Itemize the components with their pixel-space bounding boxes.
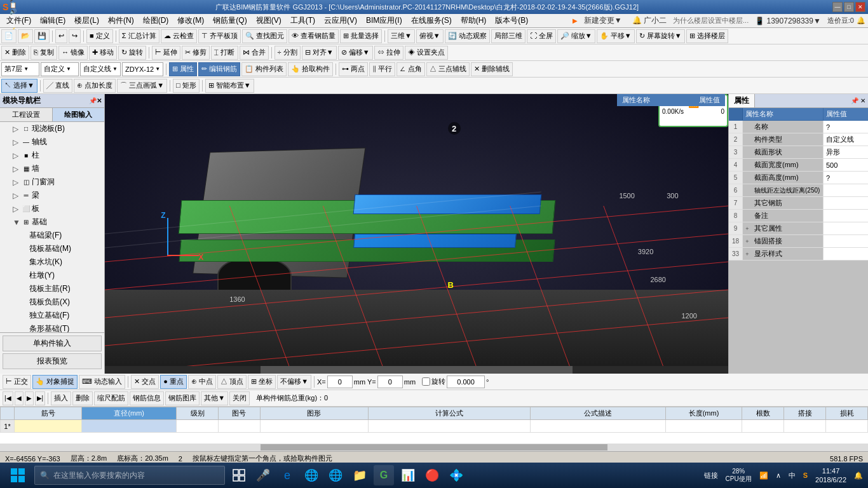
expander[interactable]: ▷ bbox=[13, 205, 20, 214]
prop-val-note[interactable] bbox=[824, 210, 868, 222]
open-btn[interactable]: 📂 bbox=[18, 29, 33, 43]
smart-layout-btn[interactable]: ⊞ 智能布置▼ bbox=[205, 79, 254, 93]
row-loss[interactable] bbox=[826, 420, 868, 433]
menu-rebar-qty[interactable]: 钢筋量(Q) bbox=[209, 14, 250, 27]
menu-edit[interactable]: 编辑(E) bbox=[36, 14, 69, 27]
prop-val-width[interactable]: 500 bbox=[824, 159, 868, 171]
prop-val-name[interactable]: ? bbox=[824, 121, 868, 133]
rebar-next-btn[interactable]: ▶ bbox=[25, 391, 34, 405]
menu-draw[interactable]: 绘图(D) bbox=[139, 14, 173, 27]
row-shape[interactable] bbox=[260, 420, 368, 433]
windows-start-button[interactable] bbox=[3, 464, 33, 487]
row-diameter[interactable] bbox=[82, 420, 177, 433]
tree-item-strip-found[interactable]: 条形基础(T) bbox=[0, 322, 104, 332]
menu-new-change[interactable]: 新建变更▼ bbox=[580, 14, 626, 27]
rect-btn[interactable]: □ 矩形 bbox=[173, 79, 200, 93]
prop-expand-display[interactable]: + bbox=[743, 248, 752, 260]
parallel-btn[interactable]: ∥ 平行 bbox=[369, 62, 395, 76]
rotate-btn[interactable]: ↻ 旋转 bbox=[118, 46, 146, 60]
row-bar-num[interactable] bbox=[15, 420, 82, 433]
top-view-btn[interactable]: 俯视▼ bbox=[416, 29, 444, 43]
undo-btn[interactable]: ↩ bbox=[55, 29, 67, 43]
rebar-close-btn[interactable]: 关闭 bbox=[229, 391, 250, 405]
endpoint-snap[interactable]: ● 重点 bbox=[160, 375, 187, 389]
expander[interactable]: ▷ bbox=[13, 125, 20, 133]
menu-file[interactable]: 文件(F) bbox=[3, 14, 35, 27]
minimize-button[interactable]: — bbox=[832, 2, 843, 12]
component-selector[interactable]: 自定义 ▼ bbox=[41, 62, 79, 76]
tree-item-raft[interactable]: 筏板基础(M) bbox=[0, 242, 104, 255]
single-component-input-btn[interactable]: 单构件输入 bbox=[3, 336, 102, 351]
delete-btn[interactable]: ✕ 删除 bbox=[1, 46, 29, 60]
rebar-other-btn[interactable]: 其他▼ bbox=[201, 391, 228, 405]
select-mode-btn[interactable]: ↖ 选择▼ bbox=[1, 79, 37, 93]
menu-assistant[interactable]: 🔔 广小二 bbox=[628, 14, 670, 27]
batch-select-btn[interactable]: ⊞ 批量选择 bbox=[340, 29, 382, 43]
prop-panel-pin[interactable]: 📌 ✕ bbox=[848, 96, 868, 105]
layer-selector[interactable]: 第7层 ▼ bbox=[1, 62, 39, 76]
taskbar-icon-chart[interactable]: 📊 bbox=[398, 465, 418, 485]
row-desc[interactable] bbox=[531, 420, 666, 433]
tree-item-wall[interactable]: ▷ ▦ 墙 bbox=[0, 162, 104, 175]
intersection-snap[interactable]: ✕ 交点 bbox=[131, 375, 159, 389]
object-snap-btn[interactable]: 👆 对象捕捉 bbox=[32, 375, 78, 389]
define-btn[interactable]: ■ 定义 bbox=[86, 29, 113, 43]
prop-val-height[interactable]: ? bbox=[824, 172, 868, 184]
tree-item-door-window[interactable]: ▷ ◫ 门窗洞 bbox=[0, 175, 104, 189]
prop-val-axis-dist[interactable] bbox=[824, 184, 868, 196]
new-btn[interactable]: 📄 bbox=[1, 29, 17, 43]
expander[interactable]: ▷ bbox=[13, 191, 20, 200]
redo-btn[interactable]: ↪ bbox=[69, 29, 81, 43]
tray-wifi-icon[interactable]: 📶 bbox=[757, 471, 771, 480]
code-selector[interactable]: ZDYX-12 ▼ bbox=[122, 62, 163, 76]
copy-btn[interactable]: ⎘ 复制 bbox=[31, 46, 57, 60]
two-point-btn[interactable]: ⊶ 两点 bbox=[339, 62, 368, 76]
merge-btn[interactable]: ⋈ 合并 bbox=[240, 46, 269, 60]
tree-item-axis[interactable]: ▷ — 轴线 bbox=[0, 135, 104, 149]
taskbar-icon-browser3[interactable]: 🌐 bbox=[325, 465, 346, 485]
tree-item-column-cap[interactable]: 柱墩(Y) bbox=[0, 269, 104, 282]
tree-item-slab[interactable]: ▷ □ 现浇板(B) bbox=[0, 122, 104, 135]
tree-item-floor-slab[interactable]: ▷ ⬜ 板 bbox=[0, 202, 104, 215]
taskbar-icon-blue-app[interactable]: 💠 bbox=[446, 465, 466, 485]
view-rebar-btn[interactable]: 👁 查看钢筋量 bbox=[288, 29, 339, 43]
taskbar-icon-mic[interactable]: 🎤 bbox=[253, 465, 273, 485]
find-elem-btn[interactable]: 🔍 查找图元 bbox=[242, 29, 287, 43]
select-floor-btn[interactable]: ⊞ 选择楼层 bbox=[686, 29, 728, 43]
nav-tab-project-settings[interactable]: 工程设置 bbox=[0, 108, 53, 121]
nav-panel-pin[interactable]: 📌 bbox=[89, 97, 97, 104]
taskbar-icon-browser1[interactable]: e bbox=[277, 465, 297, 485]
rebar-scale-btn[interactable]: 缩尺配筋 bbox=[94, 391, 128, 405]
taskbar-icon-green-g[interactable]: G bbox=[374, 465, 394, 485]
menu-cloud[interactable]: 云应用(V) bbox=[320, 14, 361, 27]
expander[interactable]: ▷ bbox=[13, 165, 20, 173]
tree-item-raft-neg-bar[interactable]: 筏板负筋(X) bbox=[0, 295, 104, 309]
titlebar-controls[interactable]: — □ ✕ bbox=[832, 2, 865, 12]
trim-btn[interactable]: ✂ 修剪 bbox=[182, 46, 210, 60]
point-angle-btn[interactable]: ∠ 点角 bbox=[397, 62, 424, 76]
tree-item-column[interactable]: ▷ ■ 柱 bbox=[0, 149, 104, 162]
menu-help[interactable]: 帮助(H) bbox=[457, 14, 491, 27]
point-length-btn[interactable]: ⊕ 点加长度 bbox=[74, 79, 116, 93]
move-btn[interactable]: ✚ 移动 bbox=[89, 46, 117, 60]
dynamic-input-btn[interactable]: ⌨ 动态输入 bbox=[79, 375, 125, 389]
extend-btn[interactable]: ⊢ 延伸 bbox=[152, 46, 180, 60]
line-draw-btn[interactable]: ╱ 直线 bbox=[43, 79, 72, 93]
midpoint-snap[interactable]: ⊕ 中点 bbox=[188, 375, 216, 389]
align-top-btn[interactable]: ⊤ 齐平板顶 bbox=[198, 29, 241, 43]
rebar-info-btn[interactable]: 钢筋信息 bbox=[130, 391, 164, 405]
break-btn[interactable]: ⌶ 打断 bbox=[211, 46, 238, 60]
no-offset-btn[interactable]: 不偏移▼ bbox=[277, 375, 311, 389]
menu-floor[interactable]: 楼层(L) bbox=[71, 14, 103, 27]
tree-item-raft-main-bar[interactable]: 筏板主筋(R) bbox=[0, 282, 104, 295]
x-input[interactable] bbox=[327, 376, 353, 388]
tray-ime-icon[interactable]: 中 bbox=[786, 471, 798, 480]
menu-view[interactable]: 视图(V) bbox=[252, 14, 285, 27]
screen-rotate-btn[interactable]: ↻ 屏幕旋转▼ bbox=[636, 29, 685, 43]
tray-datetime[interactable]: 11:47 2018/6/22 bbox=[813, 466, 849, 485]
viewport-horizontal-scrollbar[interactable] bbox=[105, 366, 728, 374]
pan-btn[interactable]: ✋ 平移▼ bbox=[597, 29, 635, 43]
y-input[interactable] bbox=[377, 376, 403, 388]
nav-panel-close[interactable]: ✕ bbox=[97, 97, 102, 104]
taskbar-icon-folder[interactable]: 📁 bbox=[349, 465, 370, 485]
